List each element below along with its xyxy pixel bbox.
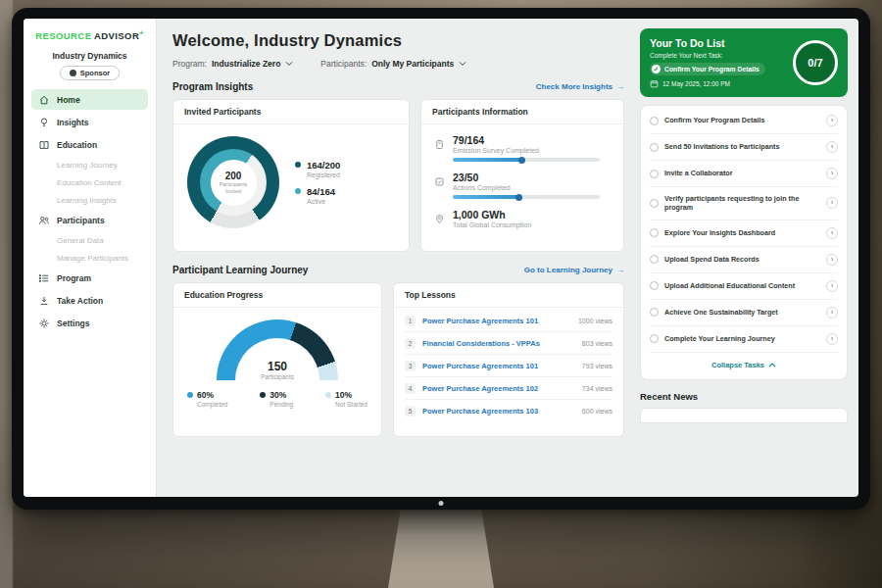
legend-item: 164/200 Registered <box>295 160 340 178</box>
checkbox-icon[interactable] <box>650 334 659 343</box>
sidebar-item-label: Learning Journey <box>57 161 118 170</box>
collapse-tasks-link[interactable]: Collapse Tasks <box>650 353 838 377</box>
sidebar-item-insights[interactable]: Insights <box>31 112 148 132</box>
top-lessons-card: Top Lessons 1 Power Purchase Agreements … <box>393 282 624 437</box>
todo-task[interactable]: Invite a Collaborator › <box>650 161 838 187</box>
sidebar-item-education-content[interactable]: Education Content <box>31 174 148 190</box>
sidebar-item-manage-participants[interactable]: Manage Participants <box>31 250 148 266</box>
chevron-right-icon[interactable]: › <box>826 168 838 179</box>
download-icon <box>38 295 50 307</box>
lesson-row: 3 Power Purchase Agreements 101 793 view… <box>405 355 612 377</box>
invited-donut-ring-outer: 200 Participants Invited <box>187 136 279 228</box>
participants-select[interactable]: Only My Participants <box>371 59 466 69</box>
chevron-right-icon[interactable]: › <box>826 141 838 153</box>
check-icon: ✓ <box>652 65 661 74</box>
lesson-link[interactable]: Power Purchase Agreements 101 <box>422 362 575 370</box>
sidebar-item-education[interactable]: Education <box>31 134 148 155</box>
main-content: Welcome, Industry Dynamics Program: Indu… <box>157 19 637 497</box>
todo-task[interactable]: Achieve One Sustainability Target › <box>650 300 838 326</box>
todo-task[interactable]: Explore Your Insights Dashboard › <box>650 220 838 247</box>
logo-plus: + <box>139 29 144 36</box>
info-bar-fill-1 <box>453 195 520 199</box>
sidebar: RESOURCE ADVISOR+ Industry Dynamics Spon… <box>24 19 157 497</box>
check-more-insights-link[interactable]: Check More Insights → <box>536 82 624 91</box>
sidebar-item-home[interactable]: Home <box>31 89 148 110</box>
calendar-icon <box>650 79 659 88</box>
todo-header: Your To Do List Complete Your Next Task:… <box>640 28 848 97</box>
sidebar-item-general-data[interactable]: General Data <box>31 232 148 248</box>
link-label: Check More Insights <box>536 82 612 91</box>
lesson-rank: 2 <box>405 338 416 349</box>
todo-task[interactable]: Confirm Your Program Details › <box>650 108 838 134</box>
sidebar-item-settings[interactable]: Settings <box>31 313 148 333</box>
invited-legend: 164/200 Registered 84/164 Active <box>295 152 340 213</box>
lesson-link[interactable]: Power Purchase Agreements 102 <box>422 384 575 393</box>
chevron-right-icon[interactable]: › <box>826 115 838 126</box>
invited-donut-ring-inner: 200 Participants Invited <box>200 149 267 216</box>
todo-task[interactable]: Upload Additional Educational Content › <box>650 273 838 300</box>
checkbox-icon[interactable] <box>650 170 659 178</box>
chevron-right-icon[interactable]: › <box>826 197 838 209</box>
lesson-views: 803 views <box>582 340 612 347</box>
checkbox-icon[interactable] <box>650 199 659 208</box>
card-title: Participants Information <box>421 100 623 124</box>
lesson-row: 5 Power Purchase Agreements 103 600 view… <box>405 400 612 421</box>
sidebar-nav: Home Insights Education Learning Journey… <box>24 89 156 333</box>
chevron-right-icon[interactable]: › <box>826 254 838 266</box>
legend-label: Pending <box>270 401 293 408</box>
lesson-list: 1 Power Purchase Agreements 101 1000 vie… <box>394 308 623 423</box>
sidebar-item-learning-insights[interactable]: Learning Insights <box>31 192 148 208</box>
todo-next-task[interactable]: ✓ Confirm Your Program Details <box>650 63 765 75</box>
stat-value: 79/164 <box>453 134 600 146</box>
todo-progress-value: 0/7 <box>808 57 822 69</box>
chevron-right-icon[interactable]: › <box>826 227 838 239</box>
info-bar-fill-0 <box>453 158 523 162</box>
insights-cards-row: Invited Participants 200 Participants In… <box>172 99 624 252</box>
task-label: Complete Your Learning Journey <box>664 334 820 343</box>
gauge-legend-dot-1 <box>260 392 266 398</box>
participants-select-value: Only My Participants <box>371 59 454 69</box>
task-label: Upload Additional Educational Content <box>664 281 820 290</box>
power-led <box>439 501 444 506</box>
chevron-right-icon[interactable]: › <box>826 280 838 292</box>
lesson-link[interactable]: Power Purchase Agreements 101 <box>422 317 571 325</box>
checkbox-icon[interactable] <box>650 281 659 290</box>
chevron-right-icon[interactable]: › <box>826 307 838 318</box>
checkbox-icon[interactable] <box>650 117 659 125</box>
sidebar-item-learning-journey[interactable]: Learning Journey <box>31 157 148 172</box>
checkbox-icon[interactable] <box>650 308 659 317</box>
chevron-up-icon <box>768 363 776 368</box>
gauge-legend-dot-2 <box>325 392 331 398</box>
checkbox-icon[interactable] <box>650 143 659 152</box>
org-name: Industry Dynamics <box>24 51 156 61</box>
sponsor-badge[interactable]: Sponsor <box>60 66 120 80</box>
todo-task[interactable]: Complete Your Learning Journey › <box>650 326 838 353</box>
todo-task[interactable]: Upload Spend Data Records › <box>650 247 838 273</box>
legend-label: Completed <box>197 401 227 408</box>
stat-actions-completed: 23/50 Actions Completed <box>434 172 611 199</box>
go-to-learning-journey-link[interactable]: Go to Learning Journey → <box>524 266 624 274</box>
lesson-views: 793 views <box>582 363 612 369</box>
sidebar-item-take-action[interactable]: Take Action <box>31 290 148 311</box>
task-label: Upload Spend Data Records <box>664 255 820 264</box>
todo-task[interactable]: Send 50 Invitations to Participants › <box>650 134 838 161</box>
program-select[interactable]: Industrialize Zero <box>212 59 293 69</box>
sidebar-item-program[interactable]: Program <box>31 268 148 288</box>
lesson-link[interactable]: Power Purchase Agreements 103 <box>422 407 575 416</box>
lesson-row: 4 Power Purchase Agreements 102 734 view… <box>405 377 612 400</box>
sidebar-item-label: Settings <box>57 318 90 328</box>
sidebar-item-participants[interactable]: Participants <box>31 210 148 230</box>
checkbox-icon[interactable] <box>650 228 659 237</box>
lesson-link[interactable]: Financial Considerations - VPPAs <box>422 339 575 348</box>
legend-item: 60% Completed <box>187 390 227 408</box>
page-title: Welcome, Industry Dynamics <box>172 31 624 50</box>
card-title: Invited Participants <box>173 100 409 124</box>
checkbox-icon[interactable] <box>650 255 659 264</box>
lesson-row: 2 Financial Considerations - VPPAs 803 v… <box>405 332 612 355</box>
todo-task[interactable]: Verify participants requesting to join t… <box>650 187 838 220</box>
task-label: Send 50 Invitations to Participants <box>664 142 820 151</box>
chevron-right-icon[interactable]: › <box>826 333 838 345</box>
legend-value: 164/200 <box>307 160 340 171</box>
program-insights-title: Program Insights <box>172 81 253 92</box>
legend-value: 30% <box>270 390 293 400</box>
